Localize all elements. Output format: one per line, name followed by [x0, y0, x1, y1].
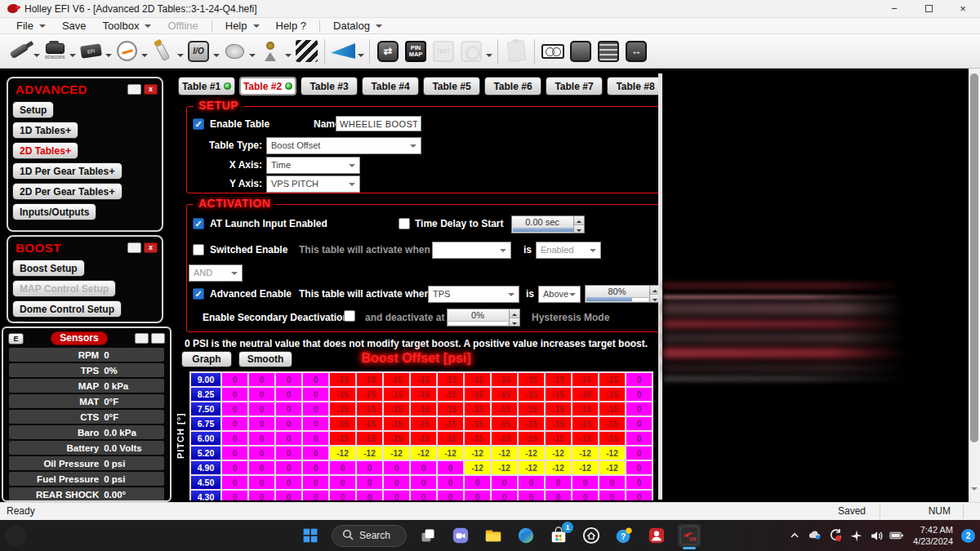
- grid-cell[interactable]: 0: [465, 491, 490, 500]
- sidebar-item-setup[interactable]: Setup: [12, 101, 54, 118]
- tray-chevron-icon[interactable]: [787, 528, 802, 543]
- task-view-icon[interactable]: [416, 524, 439, 547]
- sidebar-item-1d-per-gear-tables[interactable]: 1D Per Gear Tables+: [12, 162, 122, 180]
- grid-cell[interactable]: 0: [384, 461, 409, 474]
- sidebar-item-2d-tables[interactable]: 2D Tables+: [12, 142, 78, 159]
- spinner-arrows[interactable]: [573, 216, 584, 233]
- pin-map-icon[interactable]: PIN MAP: [402, 36, 430, 67]
- tab-table-6[interactable]: Table #6: [484, 77, 541, 96]
- grid-cell[interactable]: -15: [384, 388, 409, 401]
- x-axis-dropdown[interactable]: Time: [266, 157, 360, 174]
- injector-icon[interactable]: [5, 36, 33, 67]
- grid-cell[interactable]: -15: [572, 417, 598, 430]
- surface-3d-icon[interactable]: [329, 36, 357, 67]
- grid-cell[interactable]: -12: [546, 447, 571, 460]
- taskbar-clock[interactable]: 7:42 AM4/23/2024: [913, 524, 953, 548]
- grid-cell[interactable]: 0: [626, 402, 652, 415]
- grid-cell[interactable]: -12: [492, 447, 517, 460]
- grid-cell[interactable]: 0: [303, 447, 328, 460]
- grid-cell[interactable]: 0: [222, 388, 247, 401]
- grid-cell[interactable]: 0: [626, 491, 652, 500]
- grid-cell[interactable]: -15: [599, 373, 625, 386]
- sensor-cal-icon[interactable]: [457, 36, 485, 67]
- panel-minimize-button[interactable]: [127, 84, 141, 95]
- grid-cell[interactable]: 0: [303, 417, 328, 430]
- grid-cell[interactable]: 0: [330, 491, 355, 500]
- grid-cell[interactable]: -15: [438, 373, 463, 386]
- grid-cell[interactable]: -15: [330, 432, 355, 445]
- tab-table-3[interactable]: Table #3: [301, 77, 358, 96]
- grid-cell[interactable]: -12: [330, 447, 355, 460]
- grid-cell[interactable]: -15: [330, 388, 355, 401]
- ecu-icon[interactable]: EFI: [77, 36, 105, 67]
- grid-cell[interactable]: -15: [411, 432, 436, 445]
- grid-cell[interactable]: -12: [572, 447, 598, 460]
- grid-cell[interactable]: 0: [303, 476, 328, 489]
- grid-cell[interactable]: -12: [599, 447, 625, 460]
- chevron-down-icon[interactable]: [33, 54, 40, 60]
- chat-icon[interactable]: [449, 524, 472, 547]
- grid-cell[interactable]: 0: [276, 491, 301, 500]
- grid-cell[interactable]: 0: [222, 447, 247, 460]
- tab-table-7[interactable]: Table #7: [546, 77, 603, 96]
- grid-cell[interactable]: -15: [492, 432, 517, 445]
- menu-toolbox[interactable]: Toolbox: [95, 18, 160, 34]
- grid-cell[interactable]: -15: [438, 432, 463, 445]
- grid-cell[interactable]: 0: [626, 373, 652, 386]
- grid-cell[interactable]: 0: [519, 476, 544, 489]
- grid-cell[interactable]: -15: [357, 432, 382, 445]
- chevron-down-icon[interactable]: [69, 54, 76, 60]
- tab-table-8[interactable]: Table #8: [607, 77, 664, 96]
- grid-cell[interactable]: -15: [384, 402, 409, 415]
- advanced-comparator-dropdown[interactable]: Above: [538, 286, 581, 303]
- tab-table-1[interactable]: Table #1: [178, 77, 235, 96]
- grid-cell[interactable]: -15: [357, 388, 382, 401]
- search-input[interactable]: Search: [332, 525, 407, 547]
- grid-cell[interactable]: 0: [357, 476, 382, 489]
- panel-maximize-button[interactable]: [151, 333, 165, 344]
- advanced-input-dropdown[interactable]: TPS: [428, 286, 519, 303]
- grid-cell[interactable]: 0: [599, 476, 625, 489]
- holley-efi-app-icon[interactable]: V6: [678, 524, 701, 547]
- grid-cell[interactable]: -12: [599, 461, 625, 474]
- test-icon[interactable]: TEST: [430, 36, 457, 67]
- grid-cell[interactable]: 0: [249, 388, 274, 401]
- enable-table-checkbox[interactable]: [193, 118, 204, 130]
- table-name-input[interactable]: [336, 116, 421, 131]
- chevron-down-icon[interactable]: [177, 54, 184, 60]
- chevron-down-icon[interactable]: [486, 54, 492, 60]
- io-icon[interactable]: I/O: [185, 36, 212, 67]
- volume-icon[interactable]: [869, 528, 884, 543]
- chevron-down-icon[interactable]: [105, 54, 112, 60]
- grid-cell[interactable]: 0: [222, 402, 247, 415]
- grid-cell[interactable]: 0: [222, 491, 247, 500]
- switched-input-dropdown[interactable]: [432, 242, 511, 259]
- menu-datalog[interactable]: Datalog: [325, 18, 390, 34]
- grid-cell[interactable]: -15: [572, 373, 598, 386]
- grid-cell[interactable]: 0: [438, 491, 463, 500]
- grid-cell[interactable]: 0: [546, 491, 571, 500]
- grid-cell[interactable]: 0: [626, 447, 652, 460]
- grid-cell[interactable]: 0: [303, 373, 328, 386]
- grid-cell[interactable]: -12: [384, 447, 409, 460]
- grid-cell[interactable]: 0: [411, 491, 436, 500]
- grid-cell[interactable]: 0: [303, 402, 328, 415]
- grid-cell[interactable]: 0: [330, 476, 355, 489]
- secondary-spinner[interactable]: 0%: [447, 309, 520, 327]
- table-type-dropdown[interactable]: Boost Offset: [266, 137, 421, 154]
- sensors-icon[interactable]: SENSORS: [41, 36, 69, 67]
- chevron-down-icon[interactable]: [249, 54, 256, 60]
- minimize-button[interactable]: −: [877, 0, 911, 18]
- grid-cell[interactable]: 0: [626, 388, 652, 401]
- grid-cell[interactable]: -15: [465, 373, 490, 386]
- grid-cell[interactable]: -15: [599, 417, 625, 430]
- tab-table-5[interactable]: Table #5: [423, 77, 480, 96]
- grid-cell[interactable]: -15: [384, 432, 409, 445]
- sidebar-item-dome-control-setup[interactable]: Dome Control Setup: [12, 300, 122, 318]
- store-icon[interactable]: 1: [547, 524, 570, 547]
- grid-cell[interactable]: -12: [465, 461, 490, 474]
- grid-cell[interactable]: 0: [626, 461, 652, 474]
- grid-cell[interactable]: -15: [465, 417, 490, 430]
- grid-cell[interactable]: 0: [249, 373, 274, 386]
- grid-cell[interactable]: -12: [492, 461, 517, 474]
